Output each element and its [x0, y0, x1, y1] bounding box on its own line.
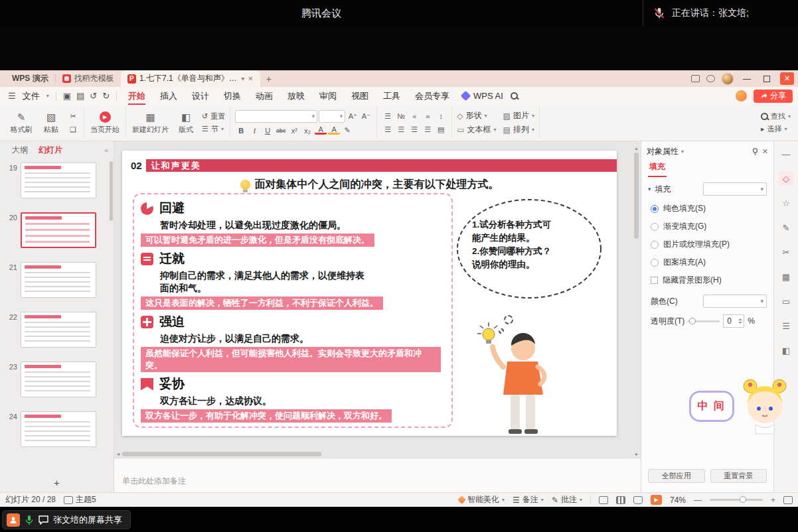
close-document-icon[interactable]: ✕ — [248, 75, 253, 82]
increase-font-icon[interactable]: A⁺ — [347, 111, 359, 121]
align-right-icon[interactable]: ☰ — [408, 124, 420, 135]
decrease-indent-icon[interactable]: « — [408, 111, 420, 121]
scroll-right-icon[interactable]: ▸ — [635, 451, 638, 457]
tab-outline[interactable]: 大纲 — [12, 145, 28, 156]
new-tab-button[interactable]: + — [260, 74, 278, 84]
redo-icon[interactable]: ↻ — [100, 91, 112, 101]
radio-gradient-fill[interactable]: 渐变填充(G) — [641, 218, 773, 235]
fill-style-dropdown[interactable]: ▾ — [703, 182, 767, 196]
notes-button[interactable]: ☰ 备注 ▾ — [513, 494, 544, 505]
tab-slides[interactable]: 幻灯片 — [39, 145, 62, 156]
zoom-slider-thumb[interactable] — [740, 496, 746, 503]
close-panel-icon[interactable]: ✕ — [762, 147, 768, 156]
scrollbar-thumb[interactable] — [634, 153, 639, 239]
paste-button[interactable]: ▧ 粘贴 — [37, 111, 65, 135]
italic-button[interactable]: I — [248, 125, 260, 136]
superscript-button[interactable]: x² — [288, 125, 300, 136]
tab-insert[interactable]: 插入 — [153, 87, 185, 105]
font-color-button[interactable]: A — [315, 126, 327, 135]
shapes-button[interactable]: ◇ 形状 ▾ — [457, 110, 496, 121]
reset-background-button[interactable]: 重置背景 — [710, 469, 767, 483]
close-window-button[interactable]: ✕ — [780, 72, 794, 85]
add-slide-button[interactable]: + — [0, 476, 114, 492]
highlight-button[interactable]: A — [328, 126, 340, 135]
edit-tool-icon[interactable]: ✎ — [778, 220, 794, 235]
main-menu-icon[interactable]: ☰ — [5, 91, 19, 101]
font-size-select[interactable]: ▾ — [319, 110, 345, 123]
align-left-icon[interactable]: ☰ — [382, 124, 394, 135]
minimize-window-button[interactable]: — — [740, 74, 754, 84]
tab-review[interactable]: 审阅 — [312, 87, 344, 105]
find-button[interactable]: 查找 ▾ — [761, 111, 791, 121]
panel-scrollbar[interactable] — [110, 161, 113, 221]
section-button[interactable]: ☰ 节 ▾ — [202, 124, 225, 134]
print-icon[interactable]: ▤ — [74, 91, 87, 101]
cut-icon[interactable]: ✂ — [67, 111, 79, 121]
bold-button[interactable]: B — [235, 125, 247, 136]
tab-design[interactable]: 设计 — [185, 87, 216, 105]
tab-transitions[interactable]: 切换 — [216, 87, 248, 105]
screen-share-pill[interactable]: 张文培的屏幕共享 — [2, 510, 131, 529]
normal-view-icon[interactable] — [599, 496, 608, 504]
horizontal-scrollbar[interactable]: ◂ ▸ — [114, 450, 641, 458]
numbering-icon[interactable]: № — [395, 111, 407, 121]
file-menu[interactable]: 文件 — [19, 90, 44, 102]
font-family-select[interactable]: ▾ — [235, 110, 317, 123]
bullets-icon[interactable]: ☰ — [382, 111, 394, 121]
slider-thumb[interactable] — [689, 318, 696, 324]
start-from-current-button[interactable]: ▶ 当页开始 — [89, 111, 121, 135]
file-caret-icon[interactable]: ▾ — [44, 93, 52, 99]
arrange-button[interactable]: ▤ 排列 ▾ — [503, 124, 534, 135]
spinner-icon[interactable] — [738, 316, 742, 326]
zoom-percent[interactable]: 74% — [670, 496, 686, 505]
chevron-down-icon[interactable]: ▾ — [681, 149, 684, 155]
checkbox-hide-background[interactable]: 隐藏背景图形(H) — [641, 271, 773, 289]
format-painter-button[interactable]: ✎ 格式刷 — [7, 111, 35, 135]
decrease-font-icon[interactable]: A⁻ — [360, 111, 372, 121]
pin-icon[interactable] — [751, 147, 759, 156]
character-effects-icon[interactable]: ✎ — [341, 125, 353, 136]
scroll-left-icon[interactable]: ◂ — [117, 451, 120, 457]
increase-indent-icon[interactable]: » — [422, 111, 434, 121]
line-spacing-icon[interactable]: ↕ — [435, 111, 447, 121]
radio-pattern-fill[interactable]: 图案填充(A) — [641, 253, 773, 271]
slideshow-play-button[interactable]: ▶ — [651, 495, 662, 505]
notes-pane[interactable]: 单击此处添加备注 — [114, 458, 641, 492]
maximize-window-button[interactable] — [763, 76, 770, 82]
tab-wps-ai[interactable]: WPS AI — [472, 87, 511, 105]
slide-thumbnail-20[interactable]: 20 — [4, 212, 114, 248]
layout-tool-icon[interactable]: ◧ — [778, 343, 794, 358]
color-dropdown[interactable]: ▾ — [703, 295, 767, 308]
layout-mode-icon[interactable] — [691, 75, 700, 82]
comments-button[interactable]: ✎ 批注 ▾ — [552, 494, 582, 505]
fit-screen-icon[interactable] — [783, 496, 793, 504]
slide-thumbnail-21[interactable]: 21 — [4, 262, 114, 298]
share-button[interactable]: 分享 — [754, 90, 793, 103]
save-icon[interactable]: ▣ — [60, 91, 74, 101]
copy-icon[interactable]: ❏ — [67, 124, 79, 135]
chevron-down-icon[interactable]: ▾ — [241, 75, 244, 82]
search-icon[interactable] — [511, 92, 518, 100]
undo-icon[interactable]: ↺ — [87, 91, 100, 101]
radio-picture-fill[interactable]: 图片或纹理填充(P) — [641, 235, 773, 253]
new-slide-button[interactable]: ▦ 新建幻灯片 — [131, 111, 170, 135]
slide-thumbnail-24[interactable]: 24 — [4, 411, 114, 447]
reset-button[interactable]: ↺ 重置 — [202, 111, 225, 121]
docer-member-icon[interactable] — [736, 90, 747, 101]
textbox-tool-icon[interactable]: ▭ — [778, 294, 794, 308]
tab-view[interactable]: 视图 — [344, 87, 376, 105]
radio-solid-fill[interactable]: 纯色填充(S) — [641, 200, 773, 218]
textbox-button[interactable]: ▭ 文本框 ▾ — [457, 124, 496, 135]
opacity-slider[interactable] — [688, 320, 720, 322]
apply-all-button[interactable]: 全部应用 — [648, 469, 705, 483]
collapse-section-icon[interactable]: ▾ — [648, 186, 651, 192]
star-icon[interactable]: ☆ — [778, 196, 794, 210]
layout-button[interactable]: ◧ 版式 — [172, 111, 200, 135]
tab-slideshow[interactable]: 放映 — [280, 87, 312, 105]
message-center-icon[interactable] — [706, 75, 715, 82]
slide-canvas[interactable]: 02 让和声更美 面对集体中个人之间的冲突，主要有以下处理方式。 回避 — [122, 151, 617, 436]
columns-icon[interactable]: ▤ — [435, 124, 447, 135]
tab-tools[interactable]: 工具 — [376, 87, 408, 105]
slide-thumbnail-22[interactable]: 22 — [4, 312, 114, 348]
tab-animation[interactable]: 动画 — [248, 87, 280, 105]
